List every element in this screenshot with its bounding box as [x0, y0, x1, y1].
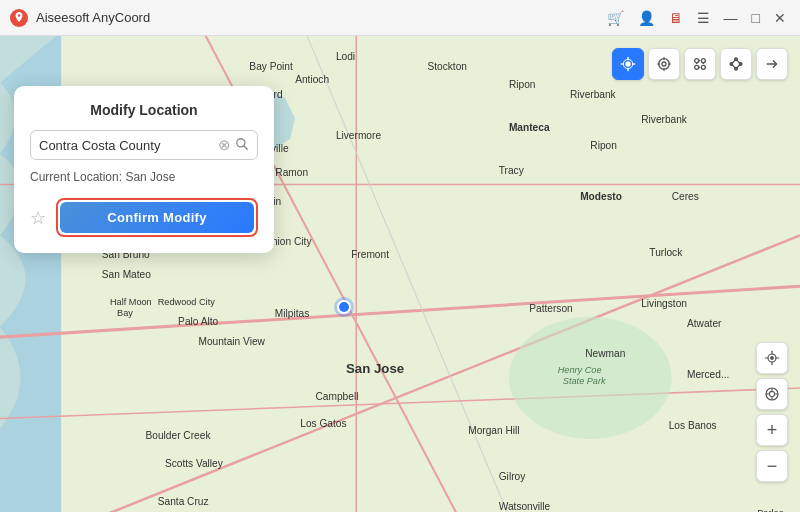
svg-text:Manteca: Manteca	[509, 123, 550, 134]
clear-search-icon[interactable]: ⊗	[218, 136, 231, 154]
maximize-icon[interactable]: □	[748, 8, 764, 28]
svg-point-64	[662, 62, 666, 66]
svg-text:San Jose: San Jose	[346, 361, 404, 376]
svg-point-63	[659, 59, 670, 70]
svg-point-77	[730, 63, 733, 66]
search-row: ⊗	[30, 130, 258, 160]
svg-text:Palo Alto: Palo Alto	[178, 316, 218, 327]
action-row: ☆ Confirm Modify	[30, 198, 258, 237]
svg-text:Mountain View: Mountain View	[198, 336, 265, 347]
svg-text:Lodi: Lodi	[336, 51, 355, 62]
svg-text:Riverbank: Riverbank	[641, 114, 688, 125]
svg-text:Merced...: Merced...	[687, 369, 729, 380]
titlebar: Aiseesoft AnyCoord 🛒 👤 🖥 ☰ — □ ✕	[0, 0, 800, 36]
svg-point-82	[771, 357, 774, 360]
svg-text:Bay: Bay	[117, 308, 133, 318]
location-marker	[337, 300, 351, 314]
svg-text:Turlock: Turlock	[649, 247, 683, 258]
svg-text:Santa Cruz: Santa Cruz	[158, 496, 209, 507]
svg-text:Livingston: Livingston	[641, 298, 687, 309]
svg-text:Milpitas: Milpitas	[275, 308, 309, 319]
app-icon	[10, 9, 28, 27]
svg-text:Campbell: Campbell	[316, 391, 359, 402]
svg-text:Redwood City: Redwood City	[158, 297, 215, 307]
zoom-out-button[interactable]: −	[756, 450, 788, 482]
svg-point-80	[735, 67, 738, 70]
export-button[interactable]	[756, 48, 788, 80]
app-title: Aiseesoft AnyCoord	[36, 10, 603, 25]
monitor-icon[interactable]: 🖥	[665, 8, 687, 28]
location-mode-button[interactable]	[612, 48, 644, 80]
window-toolbar-icons: 🛒 👤 🖥 ☰ — □ ✕	[603, 8, 790, 28]
svg-text:Tracy: Tracy	[499, 165, 525, 176]
map-container: Henry Coe State Park Antioch Bay Point L…	[0, 36, 800, 512]
svg-text:Los Gatos: Los Gatos	[300, 418, 346, 429]
svg-text:Parloe...: Parloe...	[757, 508, 791, 512]
multi-mode-button[interactable]	[684, 48, 716, 80]
confirm-button-wrapper: Confirm Modify	[56, 198, 258, 237]
confirm-modify-button[interactable]: Confirm Modify	[60, 202, 254, 233]
svg-text:State Park: State Park	[563, 376, 606, 386]
svg-line-94	[244, 145, 248, 149]
map-top-controls	[612, 48, 788, 80]
svg-text:Bay Point: Bay Point	[249, 61, 293, 72]
gps-button[interactable]	[756, 342, 788, 374]
menu-icon[interactable]: ☰	[693, 8, 714, 28]
svg-text:Riverbank: Riverbank	[570, 89, 617, 100]
search-icon[interactable]	[235, 137, 249, 154]
panel-title: Modify Location	[30, 102, 258, 118]
svg-text:Gilroy: Gilroy	[499, 471, 526, 482]
target-button[interactable]	[756, 378, 788, 410]
svg-point-61	[625, 61, 630, 66]
svg-text:Boulder Creek: Boulder Creek	[146, 430, 212, 441]
svg-text:Atwater: Atwater	[687, 318, 722, 329]
grid-mode-button[interactable]	[720, 48, 752, 80]
svg-text:Los Banos: Los Banos	[669, 420, 717, 431]
svg-text:Watsonville: Watsonville	[499, 501, 551, 512]
svg-point-88	[769, 391, 774, 396]
zoom-in-button[interactable]: +	[756, 414, 788, 446]
svg-point-79	[739, 63, 742, 66]
svg-point-78	[735, 58, 738, 61]
svg-point-72	[701, 65, 705, 69]
svg-text:Ripon: Ripon	[509, 79, 536, 90]
current-location-text: Current Location: San Jose	[30, 170, 258, 184]
svg-text:Ceres: Ceres	[672, 191, 699, 202]
svg-text:Scotts Valley: Scotts Valley	[165, 458, 224, 469]
svg-text:San Mateo: San Mateo	[102, 269, 151, 280]
favorite-star-button[interactable]: ☆	[30, 207, 46, 229]
svg-text:Henry Coe: Henry Coe	[558, 365, 602, 375]
svg-text:Fremont: Fremont	[351, 249, 389, 260]
svg-point-71	[695, 65, 699, 69]
map-bottom-controls: + −	[756, 342, 788, 482]
svg-point-70	[701, 59, 705, 63]
svg-text:Antioch: Antioch	[295, 74, 329, 85]
modify-location-panel: Modify Location ⊗ Current Location: San …	[14, 86, 274, 253]
minimize-icon[interactable]: —	[720, 8, 742, 28]
cart-icon[interactable]: 🛒	[603, 8, 628, 28]
person-icon[interactable]: 👤	[634, 8, 659, 28]
svg-text:Patterson: Patterson	[529, 303, 572, 314]
add-mode-button[interactable]	[648, 48, 680, 80]
svg-text:Half Moon: Half Moon	[110, 297, 152, 307]
svg-text:Stockton: Stockton	[427, 61, 467, 72]
search-input[interactable]	[39, 138, 216, 153]
svg-text:Ripon: Ripon	[590, 140, 617, 151]
svg-text:Newman: Newman	[585, 348, 625, 359]
svg-text:Livermore: Livermore	[336, 130, 382, 141]
svg-text:Morgan Hill: Morgan Hill	[468, 425, 519, 436]
svg-text:Modesto: Modesto	[580, 191, 622, 202]
svg-point-69	[695, 59, 699, 63]
close-icon[interactable]: ✕	[770, 8, 790, 28]
